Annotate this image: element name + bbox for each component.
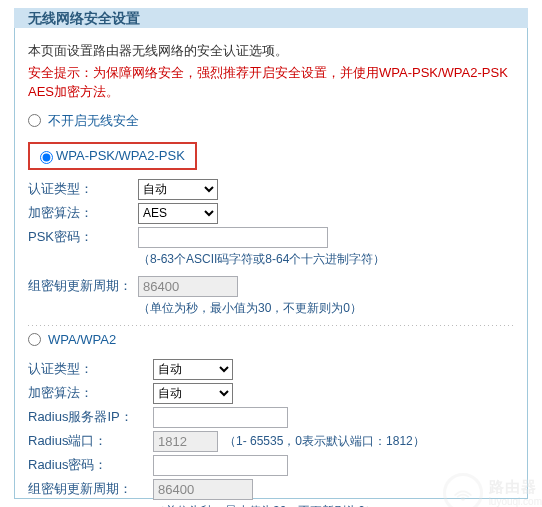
select-auth-type-psk[interactable]: 自动 bbox=[138, 179, 218, 200]
panel-title: 无线网络安全设置 bbox=[28, 10, 140, 26]
hint-rekey2: （单位为秒，最小值为30，不更新则为0） bbox=[28, 503, 514, 507]
select-auth-type-wpa[interactable]: 自动 bbox=[153, 359, 233, 380]
radio-wpa-label: WPA/WPA2 bbox=[48, 332, 116, 347]
label-radius-port: Radius端口： bbox=[28, 432, 153, 450]
divider bbox=[28, 325, 514, 326]
input-radius-port[interactable] bbox=[153, 431, 218, 452]
intro-text: 本页面设置路由器无线网络的安全认证选项。 bbox=[28, 42, 514, 60]
panel-header: 无线网络安全设置 bbox=[14, 8, 528, 28]
label-cipher: 加密算法： bbox=[28, 204, 138, 222]
label-rekey: 组密钥更新周期： bbox=[28, 277, 138, 295]
radio-none[interactable] bbox=[28, 114, 41, 127]
label-auth-type2: 认证类型： bbox=[28, 360, 153, 378]
input-psk[interactable] bbox=[138, 227, 328, 248]
security-warning: 安全提示：为保障网络安全，强烈推荐开启安全设置，并使用WPA-PSK/WPA2-… bbox=[28, 64, 514, 102]
input-rekey[interactable] bbox=[138, 276, 238, 297]
input-rekey2[interactable] bbox=[153, 479, 253, 500]
radio-wpapsk[interactable] bbox=[40, 151, 53, 164]
hint-radius-port: （1- 65535，0表示默认端口：1812） bbox=[224, 433, 425, 450]
radio-wpapsk-highlight: WPA-PSK/WPA2-PSK bbox=[28, 142, 197, 170]
label-auth-type: 认证类型： bbox=[28, 180, 138, 198]
hint-rekey: （单位为秒，最小值为30，不更新则为0） bbox=[28, 300, 514, 317]
label-radius-ip: Radius服务器IP： bbox=[28, 408, 153, 426]
radio-wpa[interactable] bbox=[28, 333, 41, 346]
radio-none-label: 不开启无线安全 bbox=[48, 112, 139, 130]
label-psk: PSK密码： bbox=[28, 228, 138, 246]
select-cipher-psk[interactable]: AES bbox=[138, 203, 218, 224]
label-cipher2: 加密算法： bbox=[28, 384, 153, 402]
select-cipher-wpa[interactable]: 自动 bbox=[153, 383, 233, 404]
label-radius-pwd: Radius密码： bbox=[28, 456, 153, 474]
hint-psk: （8-63个ASCII码字符或8-64个十六进制字符） bbox=[28, 251, 514, 268]
input-radius-ip[interactable] bbox=[153, 407, 288, 428]
radio-wpapsk-label: WPA-PSK/WPA2-PSK bbox=[56, 148, 185, 163]
label-rekey2: 组密钥更新周期： bbox=[28, 480, 153, 498]
input-radius-pwd[interactable] bbox=[153, 455, 288, 476]
